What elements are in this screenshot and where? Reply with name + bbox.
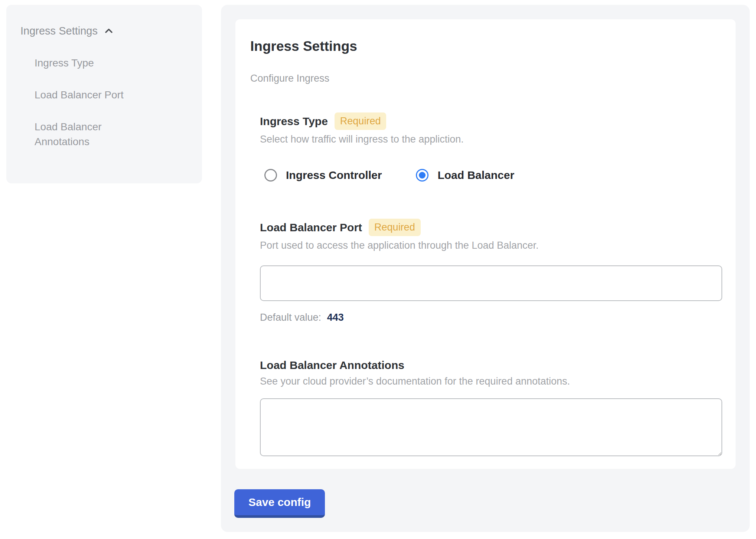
settings-panel: Ingress Settings Configure Ingress Ingre…: [221, 5, 750, 532]
required-badge: Required: [335, 112, 387, 130]
load-balancer-annotations-description: See your cloud provider’s documentation …: [260, 375, 722, 387]
sidebar-item-load-balancer-annotations[interactable]: Load Balancer Annotations: [35, 120, 157, 149]
radio-option-ingress-controller[interactable]: Ingress Controller: [264, 169, 382, 182]
load-balancer-annotations-textarea[interactable]: [260, 398, 722, 456]
load-balancer-port-label: Load Balancer Port: [260, 221, 362, 234]
ingress-settings-card: Ingress Settings Configure Ingress Ingre…: [235, 19, 736, 469]
sidebar-item-load-balancer-port[interactable]: Load Balancer Port: [35, 88, 157, 102]
settings-sidebar: Ingress Settings Ingress Type Load Balan…: [6, 5, 202, 183]
radio-label-ingress-controller: Ingress Controller: [286, 169, 382, 182]
radio-label-load-balancer: Load Balancer: [437, 169, 514, 182]
load-balancer-annotations-label: Load Balancer Annotations: [260, 359, 404, 372]
default-value: 443: [327, 312, 344, 323]
ingress-type-options: Ingress Controller Load Balancer: [260, 169, 722, 182]
sidebar-section-ingress-settings[interactable]: Ingress Settings: [20, 24, 191, 37]
radio-icon[interactable]: [264, 169, 277, 182]
radio-option-load-balancer[interactable]: Load Balancer: [416, 169, 514, 182]
sidebar-item-ingress-type[interactable]: Ingress Type: [35, 56, 157, 71]
load-balancer-port-input[interactable]: [260, 265, 722, 301]
default-value-row: Default value: 443: [260, 311, 722, 323]
sidebar-section-label: Ingress Settings: [20, 24, 98, 37]
page: Ingress Settings Ingress Type Load Balan…: [0, 0, 756, 539]
save-config-button[interactable]: Save config: [234, 489, 325, 518]
load-balancer-port-description: Port used to access the application thro…: [260, 239, 722, 251]
page-subtitle: Configure Ingress: [250, 72, 722, 84]
ingress-type-description: Select how traffic will ingress to the a…: [260, 133, 722, 145]
sidebar-items: Ingress Type Load Balancer Port Load Bal…: [35, 56, 191, 149]
required-badge: Required: [369, 219, 421, 236]
page-title: Ingress Settings: [250, 38, 722, 55]
ingress-type-label: Ingress Type: [260, 115, 328, 128]
chevron-up-icon[interactable]: [103, 25, 115, 37]
section-load-balancer-port: Load Balancer Port Required Port used to…: [260, 219, 722, 323]
section-ingress-type: Ingress Type Required Select how traffic…: [260, 112, 722, 182]
section-load-balancer-annotations: Load Balancer Annotations See your cloud…: [260, 359, 722, 456]
default-value-label: Default value:: [260, 312, 321, 323]
radio-icon[interactable]: [416, 169, 428, 182]
